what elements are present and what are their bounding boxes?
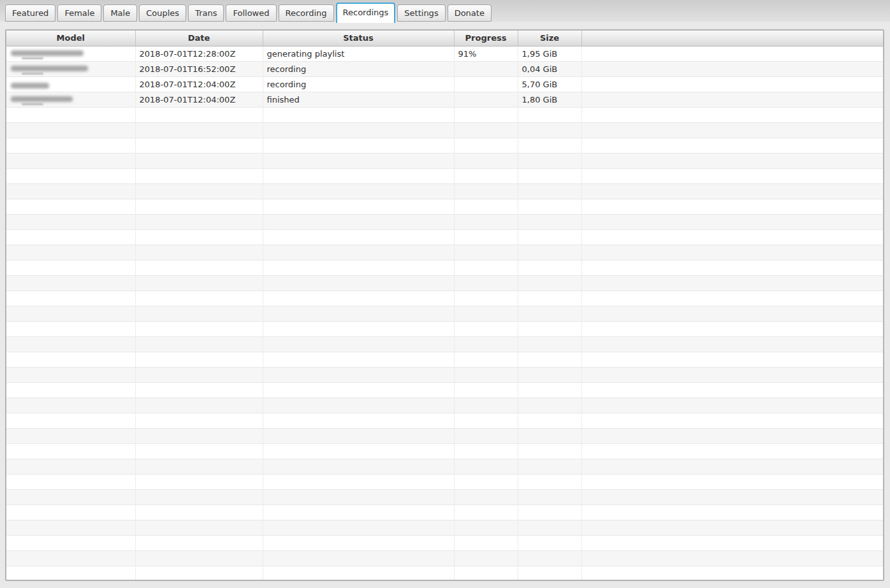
empty-row bbox=[6, 183, 883, 199]
cell-date: 2018-07-01T12:28:00Z bbox=[135, 46, 263, 61]
empty-cell bbox=[263, 107, 454, 122]
tab-donate[interactable]: Donate bbox=[448, 4, 492, 22]
tab-female[interactable]: Female bbox=[57, 4, 101, 22]
empty-cell bbox=[454, 474, 518, 489]
table-row[interactable]: 2018-07-01T12:28:00Zgenerating playlist9… bbox=[6, 46, 883, 61]
cell-progress: 91% bbox=[454, 46, 518, 61]
empty-cell bbox=[6, 382, 135, 398]
empty-cell bbox=[454, 459, 518, 474]
empty-cell bbox=[135, 505, 263, 520]
tab-recording[interactable]: Recording bbox=[279, 4, 334, 22]
empty-cell bbox=[518, 199, 581, 214]
empty-cell bbox=[263, 535, 454, 550]
table-row[interactable]: 2018-07-01T12:04:00Zrecording5,70 GiB bbox=[6, 76, 883, 92]
cell-size: 5,70 GiB bbox=[518, 76, 581, 92]
column-header-model[interactable]: Model bbox=[6, 31, 135, 46]
table-row[interactable]: 2018-07-01T16:52:00Zrecording0,04 GiB bbox=[6, 61, 883, 76]
empty-cell bbox=[581, 566, 883, 581]
empty-cell bbox=[581, 168, 883, 183]
empty-cell bbox=[263, 550, 454, 566]
empty-cell bbox=[135, 459, 263, 474]
tab-trans[interactable]: Trans bbox=[188, 4, 224, 22]
column-header-progress[interactable]: Progress bbox=[454, 31, 518, 46]
tab-couples[interactable]: Couples bbox=[139, 4, 186, 22]
empty-cell bbox=[581, 489, 883, 505]
empty-cell bbox=[6, 321, 135, 336]
empty-row bbox=[6, 245, 883, 260]
empty-cell bbox=[6, 122, 135, 138]
empty-cell bbox=[135, 474, 263, 489]
tab-followed[interactable]: Followed bbox=[226, 4, 276, 22]
empty-cell bbox=[518, 443, 581, 459]
empty-cell bbox=[6, 459, 135, 474]
empty-cell bbox=[454, 306, 518, 321]
empty-cell bbox=[454, 352, 518, 367]
empty-cell bbox=[518, 505, 581, 520]
empty-cell bbox=[6, 550, 135, 566]
empty-cell bbox=[6, 290, 135, 306]
empty-cell bbox=[135, 183, 263, 199]
empty-cell bbox=[581, 321, 883, 336]
empty-cell bbox=[454, 336, 518, 352]
empty-cell bbox=[263, 428, 454, 443]
empty-cell bbox=[135, 214, 263, 229]
cell-date: 2018-07-01T12:04:00Z bbox=[135, 92, 263, 107]
empty-cell bbox=[454, 214, 518, 229]
empty-cell bbox=[135, 367, 263, 382]
redacted-model-name-fragment bbox=[22, 103, 43, 105]
empty-cell bbox=[581, 535, 883, 550]
empty-cell bbox=[454, 520, 518, 535]
tab-settings[interactable]: Settings bbox=[397, 4, 445, 22]
empty-row bbox=[6, 153, 883, 168]
empty-cell bbox=[6, 153, 135, 168]
empty-cell bbox=[263, 459, 454, 474]
empty-cell bbox=[263, 168, 454, 183]
empty-row bbox=[6, 321, 883, 336]
redacted-model-name bbox=[11, 66, 88, 71]
empty-cell bbox=[454, 183, 518, 199]
empty-cell bbox=[6, 245, 135, 260]
cell-date: 2018-07-01T12:04:00Z bbox=[135, 76, 263, 92]
column-header-size[interactable]: Size bbox=[518, 31, 581, 46]
redacted-model-name-fragment bbox=[22, 57, 43, 59]
cell-progress bbox=[454, 76, 518, 92]
empty-cell bbox=[135, 199, 263, 214]
column-header-empty[interactable] bbox=[581, 31, 883, 46]
empty-cell bbox=[454, 290, 518, 306]
empty-cell bbox=[135, 535, 263, 550]
empty-row bbox=[6, 398, 883, 413]
empty-cell bbox=[518, 535, 581, 550]
cell-size: 0,04 GiB bbox=[518, 61, 581, 76]
empty-cell bbox=[518, 107, 581, 122]
empty-row bbox=[6, 520, 883, 535]
column-header-status[interactable]: Status bbox=[263, 31, 454, 46]
empty-cell bbox=[518, 382, 581, 398]
empty-cell bbox=[6, 566, 135, 581]
empty-cell bbox=[518, 413, 581, 428]
empty-cell bbox=[6, 505, 135, 520]
table-body: 2018-07-01T12:28:00Zgenerating playlist9… bbox=[6, 46, 883, 581]
empty-row bbox=[6, 290, 883, 306]
empty-cell bbox=[6, 306, 135, 321]
tab-recordings[interactable]: Recordings bbox=[336, 3, 396, 23]
table-row[interactable]: 2018-07-01T12:04:00Zfinished1,80 GiB bbox=[6, 92, 883, 107]
tab-male[interactable]: Male bbox=[103, 4, 137, 22]
empty-cell bbox=[135, 122, 263, 138]
empty-cell bbox=[6, 428, 135, 443]
cell-extra bbox=[581, 46, 883, 61]
tab-bar: FeaturedFemaleMaleCouplesTransFollowedRe… bbox=[0, 0, 890, 22]
empty-cell bbox=[135, 260, 263, 275]
column-header-date[interactable]: Date bbox=[135, 31, 263, 46]
empty-cell bbox=[454, 367, 518, 382]
empty-cell bbox=[135, 290, 263, 306]
empty-cell bbox=[263, 245, 454, 260]
tab-featured[interactable]: Featured bbox=[5, 4, 55, 22]
empty-cell bbox=[518, 229, 581, 245]
empty-cell bbox=[454, 321, 518, 336]
empty-cell bbox=[6, 474, 135, 489]
empty-cell bbox=[518, 367, 581, 382]
empty-cell bbox=[518, 550, 581, 566]
recordings-table: ModelDateStatusProgressSize 2018-07-01T1… bbox=[6, 31, 883, 581]
empty-cell bbox=[6, 214, 135, 229]
empty-row bbox=[6, 107, 883, 122]
